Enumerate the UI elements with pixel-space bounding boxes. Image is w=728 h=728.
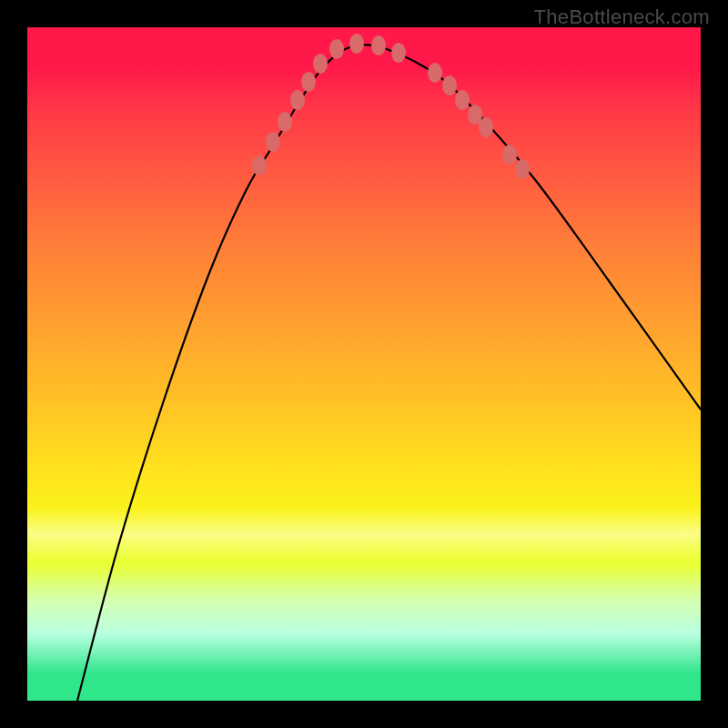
marker-point	[301, 72, 316, 92]
marker-point	[502, 145, 517, 165]
marker-group	[252, 34, 530, 179]
marker-point	[371, 35, 386, 56]
chart-svg	[27, 27, 701, 701]
marker-point	[442, 76, 457, 96]
marker-point	[329, 39, 344, 59]
marker-point	[479, 117, 493, 137]
chart-frame	[27, 27, 701, 701]
marker-point	[278, 112, 292, 132]
marker-point	[266, 132, 280, 152]
marker-point	[428, 63, 442, 83]
marker-point	[290, 90, 305, 110]
marker-point	[391, 43, 406, 63]
marker-point	[313, 54, 328, 74]
watermark-text: TheBottleneck.com	[534, 5, 710, 29]
marker-point	[252, 156, 267, 176]
marker-point	[349, 34, 364, 54]
marker-point	[515, 159, 530, 179]
marker-point	[455, 90, 470, 110]
bottleneck-curve-path	[77, 45, 701, 701]
